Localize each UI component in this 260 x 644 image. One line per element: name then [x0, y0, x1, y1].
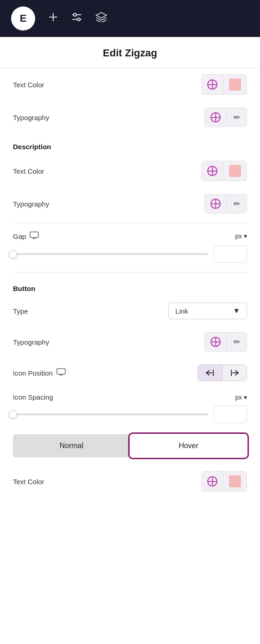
svg-point-5 [77, 18, 80, 21]
title-text-color-swatch-btn[interactable] [223, 75, 247, 94]
button-typography-row: Typography ✏ [13, 326, 247, 358]
state-toggle-wrapper: Normal Hover [13, 434, 247, 457]
hover-button-wrapper: Hover [130, 434, 247, 457]
title-text-color-group [201, 74, 247, 95]
desc-typography-group: ✏ [204, 194, 247, 213]
globe-icon-3 [207, 166, 217, 176]
globe-icon [207, 79, 217, 90]
hover-button[interactable]: Hover [130, 434, 247, 457]
button-type-row: Type Link ▼ [13, 296, 247, 326]
panel-title: Edit Zigzag [0, 37, 260, 68]
toolbar: E [0, 0, 260, 37]
svg-point-4 [74, 13, 76, 16]
icon-spacing-slider-row [13, 404, 247, 430]
title-text-color-swatch [229, 79, 241, 91]
globe-icon-4 [210, 199, 221, 209]
chevron-down-icon-2: ▼ [233, 307, 240, 315]
edit-panel: Edit Zigzag Text Color Typography [0, 37, 260, 644]
icon-position-group [198, 365, 247, 381]
svg-marker-6 [96, 12, 106, 18]
desc-text-color-swatch-btn[interactable] [223, 161, 247, 181]
icon-spacing-slider-track[interactable] [13, 413, 208, 415]
gap-slider-row [13, 243, 247, 269]
monitor-icon-2 [56, 368, 66, 377]
edit-icon-2: ✏ [234, 199, 240, 209]
icon-spacing-row: Icon Spacing px ▾ [13, 388, 247, 404]
icon-spacing-unit-select[interactable]: px ▾ [235, 394, 247, 401]
gap-slider-track[interactable] [13, 253, 208, 255]
bottom-text-color-row: Text Color [13, 465, 247, 501]
panel-content: Text Color Typography ✏ [0, 68, 260, 501]
globe-icon-5 [210, 337, 221, 347]
title-typography-edit-btn[interactable]: ✏ [226, 108, 247, 127]
svg-rect-7 [30, 232, 38, 237]
add-icon[interactable] [48, 12, 58, 25]
chevron-down-icon: ▾ [244, 232, 247, 240]
button-typography-group: ✏ [204, 332, 247, 352]
sliders-icon[interactable] [71, 12, 82, 25]
desc-text-color-swatch [229, 165, 241, 177]
globe-icon-6 [207, 476, 217, 486]
edit-icon: ✏ [234, 113, 240, 122]
icon-spacing-input[interactable] [214, 406, 247, 423]
button-type-label: Type [13, 307, 28, 315]
state-toggle: Normal Hover [13, 434, 247, 457]
title-typography-group: ✏ [204, 108, 247, 127]
desc-typography-label: Typography [13, 200, 49, 208]
title-text-color-global-btn[interactable] [202, 75, 223, 94]
gap-label: Gap [13, 231, 39, 241]
gap-slider-thumb[interactable] [9, 250, 17, 258]
desc-typography-edit-btn[interactable]: ✏ [226, 194, 247, 213]
title-typography-label: Typography [13, 114, 49, 122]
desc-text-color-label: Text Color [13, 167, 44, 175]
title-text-color-row: Text Color [13, 68, 247, 101]
title-text-color-label: Text Color [13, 81, 44, 89]
button-typography-label: Typography [13, 338, 49, 346]
icon-spacing-label: Icon Spacing [13, 393, 53, 401]
divider-2 [13, 272, 247, 273]
globe-icon-2 [210, 112, 221, 122]
svg-rect-10 [57, 369, 65, 374]
button-type-value: Link [175, 307, 188, 315]
icon-position-row: Icon Position [13, 358, 247, 388]
button-typography-edit-btn[interactable]: ✏ [226, 333, 247, 351]
bottom-text-color-swatch [229, 475, 241, 487]
divider-1 [13, 223, 247, 223]
icon-spacing-slider-thumb[interactable] [9, 410, 17, 419]
desc-text-color-group [201, 161, 247, 181]
gap-input[interactable] [214, 245, 247, 263]
normal-button[interactable]: Normal [13, 434, 130, 457]
elementor-logo[interactable]: E [11, 6, 35, 30]
button-type-dropdown[interactable]: Link ▼ [168, 303, 247, 319]
button-typography-global-btn[interactable] [205, 333, 226, 351]
monitor-icon [30, 231, 39, 241]
layers-icon[interactable] [95, 12, 107, 25]
desc-typography-global-btn[interactable] [205, 194, 226, 213]
icon-position-right-btn[interactable] [222, 365, 247, 381]
desc-text-color-global-btn[interactable] [202, 161, 223, 181]
icon-position-label: Icon Position [13, 368, 66, 377]
bottom-text-color-group [201, 471, 247, 492]
bottom-text-color-label: Text Color [13, 478, 44, 486]
edit-icon-3: ✏ [234, 337, 240, 347]
title-typography-row: Typography ✏ [13, 101, 247, 134]
desc-typography-row: Typography ✏ [13, 188, 247, 220]
button-section-label: Button [13, 275, 247, 296]
chevron-down-icon-3: ▾ [244, 394, 247, 401]
bottom-text-color-swatch-btn[interactable] [223, 472, 247, 491]
title-typography-global-btn[interactable] [205, 108, 226, 127]
bottom-text-color-global-btn[interactable] [202, 472, 223, 491]
icon-position-left-btn[interactable] [198, 365, 222, 381]
gap-unit-select[interactable]: px ▾ [235, 232, 247, 240]
gap-row: Gap px ▾ [13, 226, 247, 243]
description-section-label: Description [13, 134, 247, 154]
desc-text-color-row: Text Color [13, 154, 247, 188]
